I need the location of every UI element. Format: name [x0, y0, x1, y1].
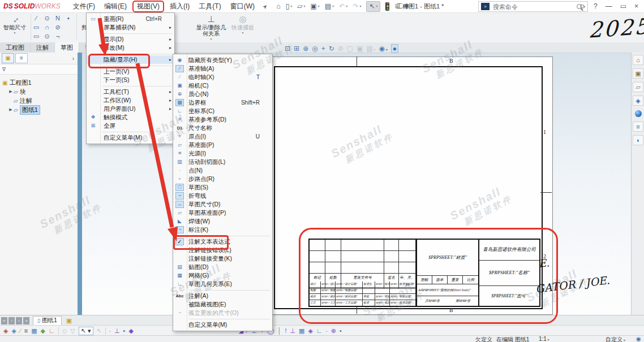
tree-item-图纸1[interactable]: ▶▱图纸1: [6, 105, 78, 114]
bottom-tool-icon[interactable]: !: [285, 327, 286, 334]
bottom-tool-icon[interactable]: ◇: [62, 327, 67, 335]
sheet-nav-button[interactable]: ›: [16, 317, 22, 324]
view-menu-触摸模式[interactable]: ❖触摸模式: [87, 113, 174, 122]
hide-show-items-icon[interactable]: ◉ ▾: [379, 45, 388, 53]
menubar-item[interactable]: 编辑(E): [100, 1, 131, 12]
display-delete-relations-button[interactable]: ⊥ 显示/删除几何关系 ▾: [194, 12, 229, 41]
sheet-nav-button[interactable]: ‹: [8, 317, 15, 324]
hide-show-光源(I)[interactable]: ☀光源(I): [173, 149, 272, 158]
search-box[interactable]: > ▾: [478, 1, 588, 12]
search-input[interactable]: [492, 3, 577, 11]
status-item[interactable]: 1:1 ▾: [539, 336, 549, 342]
minimize-icon[interactable]: —: [606, 2, 612, 10]
hide-show-注解链接变量(K)[interactable]: 注解链接变量(K): [173, 254, 272, 263]
view-menu-工作区(W)[interactable]: 工作区(W)▸: [87, 96, 174, 105]
appearances-icon[interactable]: [635, 110, 642, 117]
bottom-tool-icon[interactable]: ≡: [24, 327, 28, 334]
command-tab-草图[interactable]: 草图: [55, 42, 79, 53]
help-icon[interactable]: ?: [594, 2, 598, 10]
quick-snaps-button[interactable]: ◎ 快速捕捉 ▾: [229, 12, 257, 34]
hide-show-折弯线[interactable]: ~折弯线: [173, 192, 272, 200]
bottom-tool-icon[interactable]: ⊕: [331, 327, 336, 335]
hide-show-注解(A)[interactable]: Abc注解(A): [173, 292, 272, 300]
bottom-tool-icon[interactable]: │: [278, 327, 282, 334]
view-menu-下一页(S)[interactable]: 下一页(S): [87, 76, 174, 84]
bottom-tool-icon[interactable]: ∙: [109, 327, 111, 334]
bottom-tool-icon[interactable]: ↖: [97, 327, 102, 335]
tree-filter[interactable]: ∇: [0, 64, 78, 75]
view-menu-用户界面(U)[interactable]: 用户界面(U)▸: [87, 105, 174, 113]
restore-icon[interactable]: ▭: [620, 2, 626, 10]
sketch-tool-icon[interactable]: ⊙: [43, 15, 51, 22]
new-document-icon[interactable]: ▯▾: [286, 1, 293, 11]
hide-show-边界框[interactable]: ▩边界框Shift+R: [173, 98, 272, 107]
hide-show-基准参考系(D)[interactable]: #基准参考系(D): [173, 115, 272, 124]
pin-menu-icon[interactable]: ➤: [261, 2, 269, 10]
bottom-tool-icon[interactable]: ◈: [308, 327, 312, 335]
hide-show-被隐藏视图(E)[interactable]: 被隐藏视图(E): [173, 300, 272, 309]
bottom-tool-icon[interactable]: ∟: [49, 327, 55, 334]
hide-show-质心(N)[interactable]: ⊕质心(N): [173, 90, 272, 98]
menubar-item[interactable]: 窗口(W): [226, 1, 259, 12]
view-menu-重画(R)[interactable]: ▭重画(R)Ctrl+R: [87, 15, 174, 23]
sketch-tool-icon[interactable]: ⊙: [43, 33, 51, 40]
status-item[interactable]: 自定义 ▾: [606, 336, 625, 342]
smart-dimension-button[interactable]: ↔ 智能尺寸 ▾: [0, 12, 29, 34]
view-orientation-icon[interactable]: ▢: [347, 45, 353, 53]
expand-icon[interactable]: ▶: [8, 107, 14, 112]
tree-item-块[interactable]: ▶▱块: [6, 87, 78, 96]
hide-show-临时轴(X)[interactable]: ∕临时轴(X)T: [173, 73, 272, 81]
sketch-tool-icon[interactable]: ∕: [32, 15, 40, 21]
hide-show-焊缝(W)[interactable]: ◣焊缝(W): [173, 217, 272, 226]
tree-root[interactable]: ▣工程图1: [0, 78, 78, 87]
zoom-to-fit-icon[interactable]: ⊡: [285, 45, 290, 53]
hide-show-相机(C)[interactable]: ▣相机(C): [173, 81, 272, 90]
sketch-tool-icon[interactable]: N: [54, 15, 62, 21]
hide-show-贴图(D)[interactable]: ▤贴图(D): [173, 263, 272, 271]
performance-evaluation-icon[interactable]: [385, 2, 389, 11]
bottom-tool-icon[interactable]: ◈: [11, 327, 16, 335]
panel-expand-icon[interactable]: ›: [72, 55, 74, 62]
hide-show-点(N)[interactable]: ∙点(N): [173, 166, 272, 175]
hide-show-原点(I)[interactable]: +原点(I)U: [173, 132, 272, 141]
home-icon[interactable]: ⌂: [276, 1, 280, 11]
save-icon[interactable]: ▣▾: [311, 1, 320, 11]
hide-show-草图(S)[interactable]: □草图(S): [173, 183, 272, 192]
close-icon[interactable]: ×: [634, 2, 638, 10]
section-view-icon[interactable]: ⊘: [338, 45, 344, 53]
rotate-view-icon[interactable]: ↻: [329, 45, 334, 53]
view-palette-icon[interactable]: ◈: [633, 96, 643, 106]
sketch-tool-icon[interactable]: ¬: [54, 33, 62, 40]
tags-eye-icon[interactable]: ◉: [636, 336, 641, 342]
view-menu-屏幕捕获(N)[interactable]: 屏幕捕获(N)▸: [87, 23, 174, 32]
view-menu-隐藏/显示(H)[interactable]: 隐藏/显示(H)▸: [87, 55, 174, 64]
bottom-tool-icon[interactable]: ⊥: [290, 327, 295, 335]
view-menu-工具栏(T)[interactable]: 工具栏(T)▸: [87, 88, 174, 96]
menubar-item[interactable]: 工具(T): [194, 1, 225, 12]
hide-show-注解文本表达式[interactable]: ✓注解文本表达式: [173, 237, 272, 246]
bottom-tool-icon[interactable]: ∙: [326, 327, 328, 334]
sketch-tool-icon[interactable]: ▭: [32, 24, 40, 31]
sketch-tool-icon[interactable]: ⊘: [54, 24, 62, 31]
sketch-tool-icon[interactable]: ▪: [65, 15, 72, 21]
bottom-tool-icon[interactable]: ▪: [340, 327, 342, 334]
undo-icon[interactable]: ↶▾: [339, 1, 347, 11]
view-menu-修改(M)[interactable]: 修改(M)▸: [87, 44, 174, 52]
hide-show-标注(K)[interactable]: ¬标注(K): [173, 226, 272, 234]
bottom-tool-icon[interactable]: ◆: [128, 327, 133, 335]
bottom-tool-icon[interactable]: ◆: [41, 327, 45, 335]
hide-show-草图尺寸(D)[interactable]: ↔草图尺寸(D): [173, 200, 272, 209]
hide-show-步路点(R)[interactable]: ∘步路点(R): [173, 175, 272, 183]
bottom-tool-icon[interactable]: ∟: [316, 327, 323, 334]
hide-show-尺寸名称[interactable]: D1尺寸名称: [173, 124, 272, 132]
feature-tree-tab-icon[interactable]: ▣: [2, 53, 14, 63]
bottom-tool-icon[interactable]: ▦: [31, 327, 37, 335]
sheet-tab[interactable]: ▯ 图纸1: [33, 316, 62, 326]
sketch-tool-icon[interactable]: ∩: [43, 24, 51, 31]
bottom-tool-icon[interactable]: ▦: [299, 327, 304, 335]
select-icon[interactable]: ↖▾: [366, 1, 380, 12]
hide-show-孤立更改的尺寸(O)[interactable]: ¬孤立更改的尺寸(O): [173, 309, 272, 317]
hide-show-草图基准面(P)[interactable]: ▱草图基准面(P): [173, 209, 272, 217]
hide-show-坐标系(C)[interactable]: ∟坐标系(C): [173, 107, 272, 115]
user-account-icon[interactable]: ☺: [579, 2, 586, 10]
